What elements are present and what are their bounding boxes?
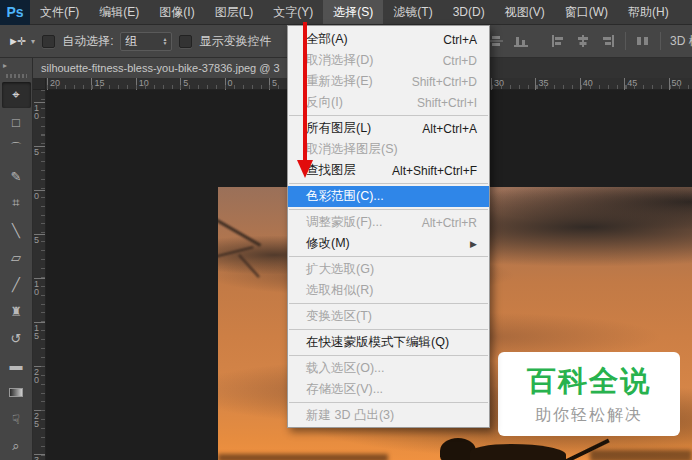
ruler-tick-label: 25: [34, 410, 45, 428]
watermark-subtitle: 助你轻松解决: [535, 405, 643, 426]
menubar-item[interactable]: 3D(D): [443, 0, 495, 24]
ruler-tick-label: 30: [34, 454, 45, 460]
menu-item: 取消选择图层(S): [288, 139, 489, 160]
show-transform-checkbox[interactable]: [179, 35, 192, 48]
quick-selection-tool[interactable]: ✎: [2, 163, 31, 189]
menu-item[interactable]: 修改(M)▶: [288, 233, 489, 254]
menu-item-shortcut: Alt+Ctrl+A: [422, 122, 477, 136]
menu-item: 新建 3D 凸出(3): [288, 405, 489, 426]
dodge-tool[interactable]: ⌕: [2, 433, 31, 459]
menubar-item[interactable]: 文件(F): [30, 0, 89, 24]
menu-item[interactable]: 查找图层Alt+Shift+Ctrl+F: [288, 160, 489, 181]
menu-item: 调整蒙版(F)...Alt+Ctrl+R: [288, 212, 489, 233]
rectangular-marquee-tool[interactable]: □: [2, 109, 31, 135]
eraser-tool[interactable]: ▬: [2, 352, 31, 378]
options-separator: [660, 32, 661, 50]
menu-item: 取消选择(D)Ctrl+D: [288, 50, 489, 71]
history-brush-tool[interactable]: ↺: [2, 325, 31, 351]
ruler-tick-label: 15: [91, 78, 104, 90]
photoshop-logo: Ps: [0, 0, 30, 25]
submenu-arrow-icon: ▶: [470, 239, 477, 249]
options-separator: [625, 32, 626, 50]
menu-separator: [289, 329, 488, 330]
menu-item[interactable]: 所有图层(L)Alt+Ctrl+A: [288, 118, 489, 139]
menu-item-label: 全部(A): [306, 31, 348, 48]
menu-item-shortcut: Ctrl+A: [443, 33, 477, 47]
align-vertical-centers-icon[interactable]: [488, 34, 504, 48]
menu-item[interactable]: 色彩范围(C)...: [288, 186, 489, 207]
menu-item-label: 扩大选取(G): [306, 261, 374, 278]
menu-separator: [289, 256, 488, 257]
menu-item: 存储选区(V)...: [288, 379, 489, 400]
move-tool[interactable]: ⌖: [2, 82, 31, 108]
ruler-tick-label: 40: [580, 78, 593, 90]
menubar-item[interactable]: 滤镜(T): [383, 0, 442, 24]
tree-branch-silhouette: [238, 254, 260, 278]
photoshop-window: Ps 文件(F)编辑(E)图像(I)图层(L)文字(Y)选择(S)滤镜(T)3D…: [0, 0, 692, 460]
menu-item: 选取相似(R): [288, 280, 489, 301]
menubar-item[interactable]: 编辑(E): [89, 0, 149, 24]
cyclist-body-silhouette: [470, 444, 566, 460]
menubar-items: 文件(F)编辑(E)图像(I)图层(L)文字(Y)选择(S)滤镜(T)3D(D)…: [30, 0, 679, 24]
brush-tool[interactable]: ╱: [2, 271, 31, 297]
show-transform-label: 显示变换控件: [199, 33, 271, 50]
panel-collapse-icon[interactable]: ▸: [0, 58, 32, 70]
ruler-tick-label: 15: [34, 322, 45, 340]
clone-stamp-tool[interactable]: ♜: [2, 298, 31, 324]
menu-item-label: 取消选择图层(S): [306, 141, 398, 158]
distribute-horizontal-centers-icon[interactable]: [635, 34, 651, 48]
eyedropper-tool[interactable]: ╲: [2, 217, 31, 243]
menubar-item[interactable]: 图像(I): [149, 0, 204, 24]
dropdown-stepper-icon: ▲▼: [163, 37, 168, 45]
menubar-item[interactable]: 选择(S): [323, 0, 383, 24]
menu-item[interactable]: 在快速蒙版模式下编辑(Q): [288, 332, 489, 353]
tree-branch-silhouette: [218, 246, 254, 258]
menu-item-label: 重新选择(E): [306, 73, 373, 90]
align-right-edges-icon[interactable]: [600, 34, 616, 48]
menu-separator: [289, 355, 488, 356]
align-horizontal-centers-icon[interactable]: [575, 34, 591, 48]
panel-grip-handle[interactable]: [6, 74, 27, 78]
ruler-tick-label: 5: [34, 146, 45, 156]
ruler-tick-label: 0: [34, 190, 45, 200]
lasso-tool[interactable]: ⌒: [2, 136, 31, 162]
menubar-item[interactable]: 文字(Y): [263, 0, 323, 24]
menu-item: 变换选区(T): [288, 306, 489, 327]
ground-silhouette: [218, 454, 388, 460]
ruler-tick-label: 20: [34, 366, 45, 384]
menubar-item[interactable]: 帮助(H): [618, 0, 679, 24]
crop-tool[interactable]: ⌗: [2, 190, 31, 216]
gradient-tool[interactable]: [2, 379, 31, 405]
menubar-item[interactable]: 图层(L): [205, 0, 264, 24]
align-bottom-edges-icon[interactable]: [513, 34, 529, 48]
menubar-item[interactable]: 视图(V): [495, 0, 555, 24]
menu-item-shortcut: Alt+Shift+Ctrl+F: [392, 164, 477, 178]
ruler-tick-label: 20: [47, 78, 60, 90]
menu-item[interactable]: 全部(A)Ctrl+A: [288, 29, 489, 50]
healing-brush-tool[interactable]: ▱: [2, 244, 31, 270]
tool-preset-caret-icon[interactable]: ▾: [31, 37, 35, 46]
menu-item: 反向(I)Shift+Ctrl+I: [288, 92, 489, 113]
menu-item-label: 选取相似(R): [306, 282, 373, 299]
menu-item-shortcut: Ctrl+D: [443, 54, 477, 68]
ruler-tick-label: 35: [535, 78, 548, 90]
auto-select-checkbox[interactable]: [42, 35, 55, 48]
ruler-tick-label: 10: [136, 78, 149, 90]
ruler-tick-label: 5: [180, 78, 188, 90]
menu-item-label: 所有图层(L): [306, 120, 371, 137]
menu-item-label: 调整蒙版(F)...: [306, 214, 382, 231]
smudge-tool[interactable]: ☟: [2, 406, 31, 432]
menu-item-label: 新建 3D 凸出(3): [306, 407, 394, 424]
menu-separator: [289, 209, 488, 210]
ruler-tick-label: 5: [34, 234, 45, 244]
menubar-item[interactable]: 窗口(W): [555, 0, 618, 24]
auto-select-dropdown[interactable]: 组 ▲▼: [120, 32, 172, 51]
align-left-edges-icon[interactable]: [550, 34, 566, 48]
menu-item-label: 取消选择(D): [306, 52, 373, 69]
auto-select-value: 组: [125, 33, 137, 50]
menu-item-label: 色彩范围(C)...: [306, 188, 384, 205]
ruler-tick-label: 5: [269, 78, 277, 90]
document-tab-title: silhouette-fitness-bless-you-bike-37836.…: [41, 62, 280, 74]
gradient-tool-icon: [9, 388, 23, 397]
menu-item: 载入选区(O)...: [288, 358, 489, 379]
